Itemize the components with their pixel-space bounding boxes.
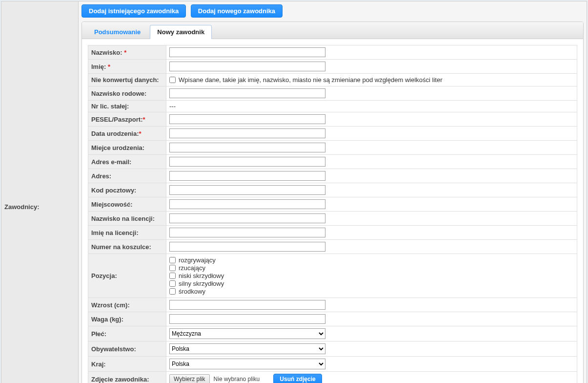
position-sf-checkbox[interactable] <box>169 273 176 279</box>
label-pesel: PESEL/Paszport: <box>91 116 142 123</box>
label-weight: Waga (kg): <box>91 316 123 323</box>
label-lic-surname: Nazwisko na licencji: <box>91 215 155 222</box>
maiden-input[interactable] <box>169 88 325 98</box>
left-section-label: Zawodnicy: <box>1 1 79 383</box>
label-position: Pozycja: <box>91 272 117 279</box>
licno-value: --- <box>169 103 176 110</box>
jersey-input[interactable] <box>169 242 325 252</box>
label-firstname: Imię: <box>91 63 106 70</box>
sex-select[interactable]: Mężczyzna <box>169 328 325 339</box>
noconvert-desc: Wpisane dane, takie jak imię, nazwisko, … <box>179 76 442 84</box>
noconvert-checkbox[interactable] <box>169 77 176 83</box>
position-sf-label: niski skrzydłowy <box>179 272 224 279</box>
firstname-input[interactable] <box>169 62 325 71</box>
label-country: Kraj: <box>91 361 106 368</box>
tab-panel: Podsumowanie Nowy zawodnik Nazwisko: * I… <box>81 21 584 383</box>
position-pg-label: rozgrywający <box>179 256 216 264</box>
tab-new-player[interactable]: Nowy zawodnik <box>150 25 212 39</box>
height-input[interactable] <box>169 300 325 310</box>
label-noconvert: Nie konwertuj danych: <box>91 76 159 84</box>
position-pg-checkbox[interactable] <box>169 257 176 263</box>
label-city: Miejscowość: <box>91 201 133 208</box>
position-pf-label: silny skrzydłowy <box>179 280 224 287</box>
add-new-player-button[interactable]: Dodaj nowego zawodnika <box>191 4 283 18</box>
label-height: Wzrost (cm): <box>91 301 130 309</box>
label-photo: Zdjęcie zawodnika: <box>91 376 149 383</box>
pob-input[interactable] <box>169 143 325 152</box>
zip-input[interactable] <box>169 185 325 195</box>
pesel-input[interactable] <box>169 114 325 124</box>
label-dob: Data urodzenia: <box>91 130 139 137</box>
weight-input[interactable] <box>169 314 325 324</box>
country-select[interactable]: Polska <box>169 359 325 369</box>
position-sg-label: rzucający <box>179 264 205 272</box>
citizenship-select[interactable]: Polska <box>169 343 325 354</box>
tab-summary[interactable]: Podsumowanie <box>87 25 148 39</box>
city-input[interactable] <box>169 199 325 209</box>
label-maiden: Nazwisko rodowe: <box>91 90 146 97</box>
lic-first-input[interactable] <box>169 228 325 237</box>
tab-bar: Podsumowanie Nowy zawodnik <box>82 22 583 39</box>
position-c-checkbox[interactable] <box>169 288 176 295</box>
label-sex: Płeć: <box>91 330 106 338</box>
position-c-label: środkowy <box>179 288 205 295</box>
email-input[interactable] <box>169 157 325 167</box>
label-email: Adres e-mail: <box>91 158 131 166</box>
file-status-text: Nie wybrano pliku <box>214 376 260 383</box>
label-jersey: Numer na koszulce: <box>91 243 151 251</box>
add-existing-player-button[interactable]: Dodaj istniejącego zawodnika <box>81 4 186 18</box>
label-pob: Miejce urodzenia: <box>91 144 144 151</box>
label-surname: Nazwisko: <box>91 49 122 56</box>
choose-file-button[interactable]: Wybierz plik <box>169 374 210 383</box>
lic-surname-input[interactable] <box>169 213 325 223</box>
label-lic-first: Imię na licencji: <box>91 229 139 236</box>
address-input[interactable] <box>169 171 325 181</box>
surname-input[interactable] <box>169 47 325 57</box>
label-zip: Kod pocztowy: <box>91 187 136 194</box>
position-sg-checkbox[interactable] <box>169 265 176 271</box>
label-licno: Nr lic. stałej: <box>91 103 129 110</box>
dob-input[interactable] <box>169 128 325 138</box>
label-citizenship: Obywatelstwo: <box>91 345 136 353</box>
player-form-table: Nazwisko: * Imię: * Nie konwertuj danych… <box>88 45 577 383</box>
label-address: Adres: <box>91 172 111 180</box>
position-pf-checkbox[interactable] <box>169 280 176 287</box>
remove-photo-button[interactable]: Usuń zdjęcie <box>273 374 322 383</box>
